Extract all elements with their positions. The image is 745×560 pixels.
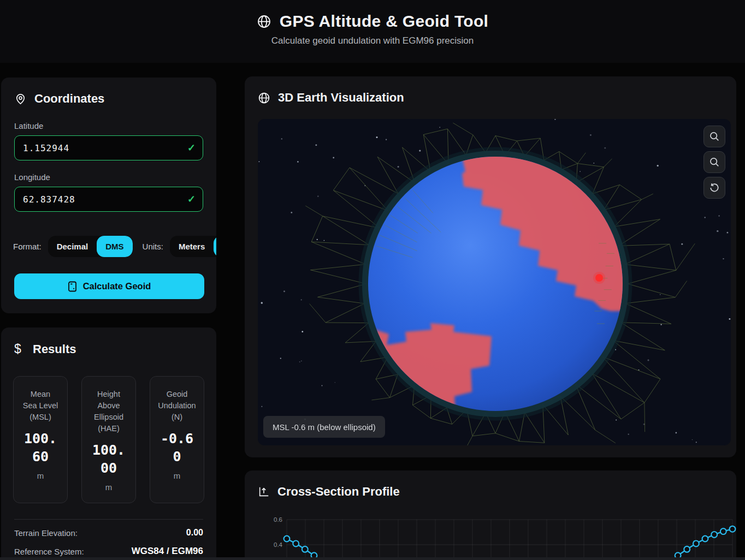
earth-3d-scene	[258, 119, 731, 445]
terrain-elevation-label: Terrain Elevation:	[14, 528, 78, 538]
reset-rotate-icon	[709, 182, 720, 193]
units-option-meters[interactable]: Meters	[170, 236, 214, 257]
magnifier-icon	[709, 131, 720, 142]
result-unit: m	[85, 482, 133, 492]
valid-check-icon: ✓	[187, 142, 196, 154]
dollar-icon: $	[14, 342, 25, 356]
format-units-row: Format: Decimal DMS Units: Meters Feet	[13, 236, 216, 257]
svg-text:0.4: 0.4	[274, 541, 283, 548]
results-title: Results	[33, 342, 76, 356]
magnifier-icon	[709, 157, 720, 168]
result-label: Mean Sea Level (MSL)	[16, 389, 64, 423]
viz-controls	[703, 126, 725, 199]
units-option-feet[interactable]: Feet	[214, 236, 216, 257]
map-pin-icon	[14, 93, 27, 105]
latitude-label: Latitude	[14, 121, 203, 130]
result-label: Height Above Ellipsoid (HAE)	[85, 389, 133, 434]
result-unit: m	[16, 471, 64, 480]
calculate-geoid-button[interactable]: Calculate Geoid	[14, 273, 204, 299]
calculator-icon	[68, 281, 77, 292]
page-subtitle: Calculate geoid undulation with EGM96 pr…	[0, 35, 745, 46]
result-card-msl: Mean Sea Level (MSL) 100.60 m	[13, 376, 68, 503]
result-card-hae: Height Above Ellipsoid (HAE) 100.00 m	[81, 376, 136, 503]
result-value-msl: 100.60	[22, 430, 58, 466]
longitude-label: Longitude	[14, 172, 203, 182]
reset-view-button[interactable]	[703, 177, 725, 199]
format-option-decimal[interactable]: Decimal	[48, 236, 97, 257]
cross-section-panel: Cross-Section Profile 0.60.4	[245, 470, 736, 560]
zoom-out-button[interactable]	[703, 151, 725, 173]
format-label: Format:	[13, 242, 42, 251]
app-root: { "header": { "title": "GPS Altitude & G…	[0, 0, 745, 560]
result-label: Geoid Undulation (N)	[153, 389, 201, 423]
globe-icon	[258, 92, 270, 104]
units-toggle-group: Meters Feet	[170, 236, 216, 257]
results-divider	[14, 519, 203, 520]
calculate-geoid-label: Calculate Geoid	[83, 281, 151, 291]
units-label: Units:	[143, 242, 163, 251]
globe-icon	[257, 14, 271, 29]
viz-title: 3D Earth Visualization	[278, 91, 404, 105]
result-value-undulation: -0.60	[159, 430, 195, 466]
result-cards-row: Mean Sea Level (MSL) 100.60 m Height Abo…	[13, 376, 204, 503]
terrain-elevation-value: 0.00	[186, 528, 203, 538]
bottom-strip	[0, 557, 745, 560]
coordinates-title: Coordinates	[34, 92, 104, 106]
reference-system-label: Reference System:	[14, 547, 84, 556]
result-card-undulation: Geoid Undulation (N) -0.60 m	[150, 376, 204, 503]
page-title: GPS Altitude & Geoid Tool	[280, 12, 489, 31]
result-value-hae: 100.00	[91, 442, 127, 477]
valid-check-icon: ✓	[187, 193, 196, 205]
format-toggle-group: Decimal DMS	[48, 236, 133, 257]
app-header: GPS Altitude & Geoid Tool Calculate geoi…	[0, 0, 745, 63]
result-unit: m	[153, 471, 201, 480]
earth-canvas[interactable]: MSL -0.6 m (below ellipsoid)	[258, 119, 731, 445]
latitude-input[interactable]	[14, 135, 203, 160]
location-marker	[595, 274, 603, 282]
cross-section-chart: 0.60.4	[245, 470, 736, 560]
zoom-in-button[interactable]	[703, 126, 725, 147]
earth-visualization-panel: 3D Earth Visualization	[245, 76, 736, 457]
results-panel: $ Results Mean Sea Level (MSL) 100.60 m …	[1, 327, 216, 560]
coordinates-panel: Coordinates Latitude ✓ Longitude ✓ Forma…	[1, 78, 216, 313]
format-option-dms[interactable]: DMS	[97, 236, 132, 257]
longitude-input[interactable]	[14, 187, 203, 212]
svg-text:0.6: 0.6	[274, 516, 282, 523]
msl-badge: MSL -0.6 m (below ellipsoid)	[263, 416, 385, 438]
reference-system-value: WGS84 / EGM96	[132, 546, 203, 557]
